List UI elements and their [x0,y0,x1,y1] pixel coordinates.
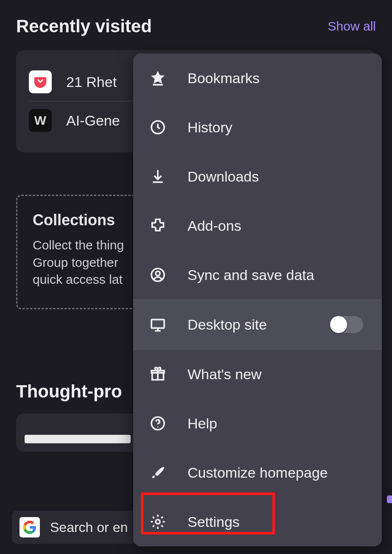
menu-item-label: Downloads [188,168,259,185]
search-placeholder: Search or en [50,520,128,535]
svg-point-8 [156,520,160,524]
menu-item-sync[interactable]: Sync and save data [133,250,382,299]
menu-item-label: Desktop site [188,316,267,333]
menu-item-bookmarks[interactable]: Bookmarks [133,53,382,103]
menu-item-customize-homepage[interactable]: Customize homepage [133,448,382,497]
browser-menu: Bookmarks History Downloads Add-ons Sync… [133,53,382,546]
menu-item-label: What's new [188,366,262,383]
site-icon: W [29,109,52,132]
gear-icon [148,512,167,531]
menu-item-label: Sync and save data [188,267,314,283]
menu-item-label: Customize homepage [188,464,328,481]
menu-item-label: Add-ons [188,218,241,234]
menu-item-addons[interactable]: Add-ons [133,201,382,250]
menu-item-downloads[interactable]: Downloads [133,152,382,201]
svg-rect-3 [151,319,164,328]
menu-item-help[interactable]: Help [133,399,382,448]
thumbnail-placeholder [25,435,131,443]
desktop-site-toggle[interactable] [330,316,363,333]
svg-point-2 [156,271,160,276]
help-icon [148,414,167,433]
menu-item-label: Bookmarks [188,70,260,87]
sync-icon [148,266,167,284]
accent-strip [387,495,392,503]
toggle-knob [330,316,347,333]
menu-item-desktop-site[interactable]: Desktop site [133,300,382,349]
menu-item-whats-new[interactable]: What's new [133,350,382,399]
google-icon [20,517,40,537]
menu-item-label: Help [188,415,217,432]
menu-item-label: Settings [188,514,240,530]
show-all-link[interactable]: Show all [328,19,376,34]
gift-icon [148,365,167,383]
menu-item-history[interactable]: History [133,103,382,152]
page-title: Recently visited [16,16,152,36]
desktop-icon [148,315,167,334]
brush-icon [148,463,167,482]
menu-item-label: History [188,119,232,136]
svg-point-7 [157,426,159,428]
recent-item-label: AI-Gene [66,112,120,129]
download-icon [148,167,167,186]
header-row: Recently visited Show all [16,16,376,36]
history-icon [148,118,167,137]
pocket-icon [29,70,52,93]
addon-icon [148,216,167,235]
menu-item-settings[interactable]: Settings [133,497,382,546]
bookmark-icon [148,69,167,87]
recent-item-label: 21 Rhet [66,74,117,90]
